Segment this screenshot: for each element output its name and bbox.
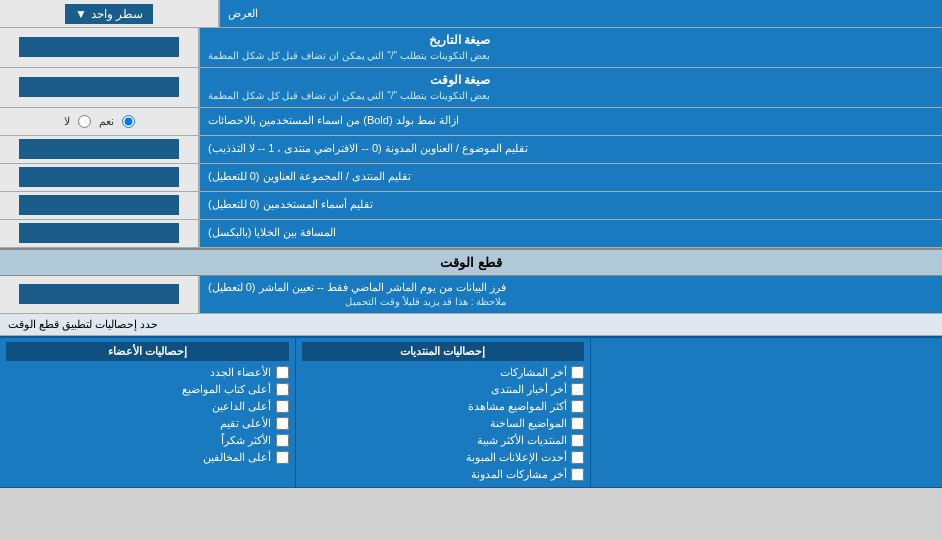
stats-posts-items: أخر المشاركاتأخر أخبار المنتدىأكثر الموا… xyxy=(302,364,585,483)
forum-order-row: تقليم المنتدى / المجموعة العناوين (0 للت… xyxy=(0,164,942,192)
stats-members-items: الأعضاء الجددأعلى كتاب المواضيعأعلى الدا… xyxy=(6,364,289,466)
time-format-row: صيغة الوقت بعض التكوينات يتطلب "/" التي … xyxy=(0,68,942,108)
stats-member-item: الأعضاء الجدد xyxy=(6,364,289,381)
date-format-label: صيغة التاريخ بعض التكوينات يتطلب "/" الت… xyxy=(200,28,942,67)
stats-post-item: أخر مشاركات المدونة xyxy=(302,466,585,483)
stats-member-checkbox[interactable] xyxy=(276,366,289,379)
stats-section: إحصاليات المنتديات أخر المشاركاتأخر أخبا… xyxy=(0,336,942,488)
topic-order-field[interactable]: 33 xyxy=(19,139,179,159)
time-cut-header: قطع الوقت xyxy=(0,248,942,276)
stats-member-item: الأعلى تقيم xyxy=(6,415,289,432)
bold-radio-group: نعم لا xyxy=(54,115,145,128)
stats-members-col: إحصاليات الأعضاء الأعضاء الجددأعلى كتاب … xyxy=(0,338,295,487)
stats-post-checkbox[interactable] xyxy=(571,383,584,396)
time-format-label: صيغة الوقت بعض التكوينات يتطلب "/" التي … xyxy=(200,68,942,107)
stats-member-item: أعلى كتاب المواضيع xyxy=(6,381,289,398)
stats-member-item: أعلى المخالفين xyxy=(6,449,289,466)
stats-post-checkbox[interactable] xyxy=(571,417,584,430)
dropdown-arrow-icon: ▼ xyxy=(75,7,87,21)
bold-label: ازالة نمط بولد (Bold) من اسماء المستخدمي… xyxy=(200,108,942,135)
stats-member-checkbox[interactable] xyxy=(276,417,289,430)
gap-input: 2 xyxy=(0,220,200,247)
stats-member-item: أعلى الداعين xyxy=(6,398,289,415)
stats-post-checkbox[interactable] xyxy=(571,400,584,413)
gap-field[interactable]: 2 xyxy=(19,223,179,243)
limit-label: حدد إحصاليات لتطبيق قطع الوقت xyxy=(8,318,158,331)
bold-no-label: لا xyxy=(64,115,70,128)
stats-post-checkbox[interactable] xyxy=(571,451,584,464)
limit-row: حدد إحصاليات لتطبيق قطع الوقت xyxy=(0,314,942,336)
stats-post-checkbox[interactable] xyxy=(571,468,584,481)
usernames-input: 0 xyxy=(0,192,200,219)
time-format-input: H:i xyxy=(0,68,200,107)
stats-member-item: الأكثر شكراً xyxy=(6,432,289,449)
time-cut-row: فرز البيانات من يوم الماشر الماضي فقط --… xyxy=(0,276,942,314)
gap-row: المسافة بين الخلايا (بالبكسل) 2 xyxy=(0,220,942,248)
bold-input: نعم لا xyxy=(0,108,200,135)
main-container: العرض سطر واحد ▼ صيغة التاريخ بعض التكوي… xyxy=(0,0,942,488)
stats-member-checkbox[interactable] xyxy=(276,383,289,396)
forum-order-field[interactable]: 33 xyxy=(19,167,179,187)
time-cut-input: 0 xyxy=(0,276,200,313)
usernames-row: تقليم أسماء المستخدمين (0 للتعطيل) 0 xyxy=(0,192,942,220)
display-row: العرض سطر واحد ▼ xyxy=(0,0,942,28)
stats-post-checkbox[interactable] xyxy=(571,366,584,379)
time-cut-label: فرز البيانات من يوم الماشر الماضي فقط --… xyxy=(200,276,942,313)
date-format-input: d-m xyxy=(0,28,200,67)
date-format-row: صيغة التاريخ بعض التكوينات يتطلب "/" الت… xyxy=(0,28,942,68)
gap-label: المسافة بين الخلايا (بالبكسل) xyxy=(200,220,942,247)
stats-post-item: أحدث الإعلانات المبوبة xyxy=(302,449,585,466)
display-label: العرض xyxy=(220,0,942,27)
stats-empty-col xyxy=(590,338,942,487)
stats-member-checkbox[interactable] xyxy=(276,451,289,464)
stats-member-checkbox[interactable] xyxy=(276,434,289,447)
date-format-field[interactable]: d-m xyxy=(19,37,179,57)
time-format-field[interactable]: H:i xyxy=(19,77,179,97)
stats-post-item: أخر أخبار المنتدى xyxy=(302,381,585,398)
topic-order-label: تقليم الموضوع / العناوين المدونة (0 -- ا… xyxy=(200,136,942,163)
stats-members-title: إحصاليات الأعضاء xyxy=(6,342,289,361)
stats-post-item: أخر المشاركات xyxy=(302,364,585,381)
bold-no-radio[interactable] xyxy=(78,115,91,128)
stats-posts-col: إحصاليات المنتديات أخر المشاركاتأخر أخبا… xyxy=(295,338,591,487)
stats-post-checkbox[interactable] xyxy=(571,434,584,447)
forum-order-label: تقليم المنتدى / المجموعة العناوين (0 للت… xyxy=(200,164,942,191)
bold-yes-radio[interactable] xyxy=(122,115,135,128)
display-dropdown[interactable]: سطر واحد ▼ xyxy=(65,4,153,24)
usernames-label: تقليم أسماء المستخدمين (0 للتعطيل) xyxy=(200,192,942,219)
stats-post-item: المنتديات الأكثر شبية xyxy=(302,432,585,449)
time-cut-field[interactable]: 0 xyxy=(19,284,179,304)
topic-order-row: تقليم الموضوع / العناوين المدونة (0 -- ا… xyxy=(0,136,942,164)
topic-order-input: 33 xyxy=(0,136,200,163)
stats-posts-title: إحصاليات المنتديات xyxy=(302,342,585,361)
bold-row: ازالة نمط بولد (Bold) من اسماء المستخدمي… xyxy=(0,108,942,136)
stats-member-checkbox[interactable] xyxy=(276,400,289,413)
display-input: سطر واحد ▼ xyxy=(0,0,220,27)
stats-header-row: إحصاليات المنتديات أخر المشاركاتأخر أخبا… xyxy=(0,338,942,488)
usernames-field[interactable]: 0 xyxy=(19,195,179,215)
forum-order-input: 33 xyxy=(0,164,200,191)
bold-yes-label: نعم xyxy=(99,115,114,128)
stats-post-item: المواضيع الساخنة xyxy=(302,415,585,432)
stats-post-item: أكثر المواضيع مشاهدة xyxy=(302,398,585,415)
